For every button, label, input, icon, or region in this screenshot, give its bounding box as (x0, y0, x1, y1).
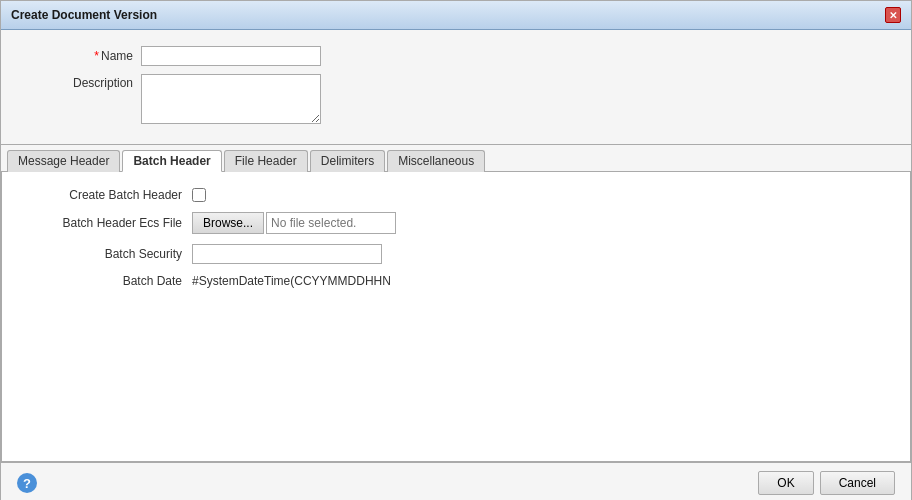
description-row: Description (21, 74, 891, 124)
create-batch-header-label: Create Batch Header (22, 188, 192, 202)
batch-header-content: Create Batch Header Batch Header Ecs Fil… (1, 172, 911, 462)
form-area: *Name Description (1, 30, 911, 140)
tabs-row: Message Header Batch Header File Header … (1, 145, 911, 172)
create-batch-header-row: Create Batch Header (22, 188, 890, 202)
cancel-button[interactable]: Cancel (820, 471, 895, 495)
required-star: * (94, 49, 99, 63)
tab-delimiters[interactable]: Delimiters (310, 150, 385, 172)
batch-header-ecs-file-label: Batch Header Ecs File (22, 216, 192, 230)
tab-batch-header[interactable]: Batch Header (122, 150, 221, 172)
name-input[interactable] (141, 46, 321, 66)
description-input[interactable] (141, 74, 321, 124)
dialog-title: Create Document Version (11, 8, 157, 22)
batch-date-row: Batch Date #SystemDateTime(CCYYMMDDHHN (22, 274, 890, 288)
batch-header-ecs-file-row: Batch Header Ecs File Browse... (22, 212, 890, 234)
bottom-buttons: OK Cancel (758, 471, 895, 495)
batch-security-input[interactable] (192, 244, 382, 264)
batch-date-value: #SystemDateTime(CCYYMMDDHHN (192, 274, 391, 288)
name-label: *Name (21, 49, 141, 63)
batch-security-row: Batch Security (22, 244, 890, 264)
name-row: *Name (21, 46, 891, 66)
tab-miscellaneous[interactable]: Miscellaneous (387, 150, 485, 172)
tab-file-header[interactable]: File Header (224, 150, 308, 172)
help-button[interactable]: ? (17, 473, 37, 493)
bottom-bar: ? OK Cancel (1, 462, 911, 500)
title-bar: Create Document Version ✕ (1, 1, 911, 30)
ecs-file-input[interactable] (266, 212, 396, 234)
close-button[interactable]: ✕ (885, 7, 901, 23)
tab-message-header[interactable]: Message Header (7, 150, 120, 172)
batch-date-label: Batch Date (22, 274, 192, 288)
ok-button[interactable]: OK (758, 471, 813, 495)
browse-button[interactable]: Browse... (192, 212, 264, 234)
create-batch-header-checkbox[interactable] (192, 188, 206, 202)
tabs-container: Message Header Batch Header File Header … (1, 144, 911, 462)
dialog: Create Document Version ✕ *Name Descript… (0, 0, 912, 500)
description-label: Description (21, 74, 141, 90)
batch-security-label: Batch Security (22, 247, 192, 261)
